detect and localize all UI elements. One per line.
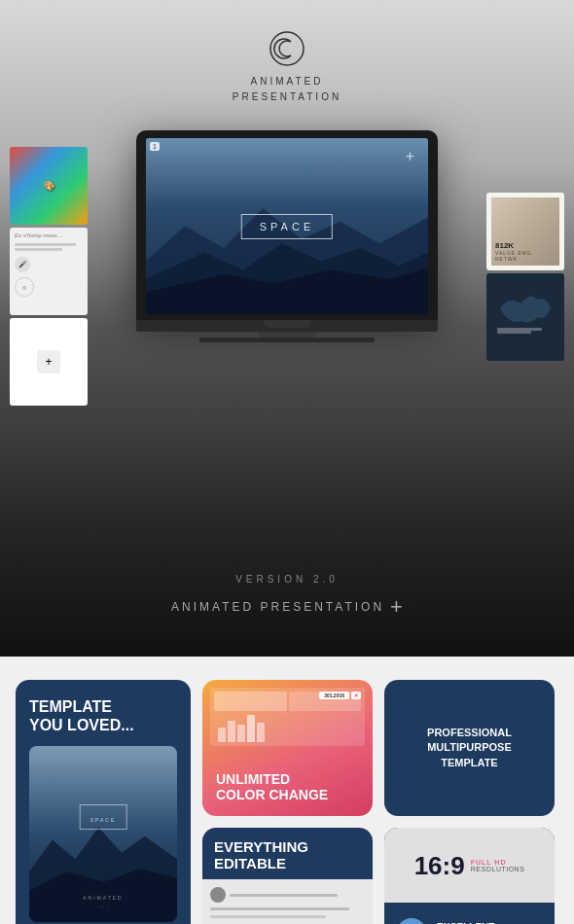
support-card: EXCELLENT SUPPORTS bbox=[384, 903, 555, 924]
editable-row-1 bbox=[210, 887, 365, 903]
card-template-preview: SPACE ANIMATED · · · bbox=[29, 746, 177, 922]
chart-overlay: ✕ 301.2016 bbox=[210, 688, 365, 746]
hero-section: ANIMATED PRESENTATION 🎨 Es s'ñomp mess..… bbox=[0, 0, 574, 545]
card-professional: PROFESSIONAL MULTIPURPOSE TEMPLATE bbox=[384, 680, 555, 816]
screen-plus-icon: + bbox=[406, 148, 414, 165]
slide-number-badge: 1 bbox=[150, 142, 160, 151]
card-template-title: TEMPLATE YOU LOVED... bbox=[29, 697, 177, 734]
svg-point-0 bbox=[270, 32, 304, 65]
ratio-res-label: RESOLUTIONS bbox=[471, 866, 525, 872]
slide-interior: 812K VALUE ENG. NETWK bbox=[486, 193, 564, 270]
edit-line-1 bbox=[230, 894, 338, 897]
animated-presentation-line: ANIMATED PRESENTATION + bbox=[0, 596, 574, 618]
card-template: TEMPLATE YOU LOVED... SPACE ANIMATED · ·… bbox=[16, 680, 191, 924]
preview-animated-label: ANIMATED bbox=[29, 895, 177, 901]
version-section: VERSION 2.0 ANIMATED PRESENTATION + bbox=[0, 545, 574, 657]
ratio-number: 16:9 bbox=[414, 853, 465, 878]
laptop-screen-outer: SPACE + 1 bbox=[136, 130, 438, 320]
support-icon bbox=[396, 918, 427, 925]
version-label: VERSION 2.0 bbox=[0, 574, 574, 585]
animated-pres-text: ANIMATED PRESENTATION bbox=[171, 600, 384, 614]
card-unlimited: ✕ 301.2016 UNLIMITED COLOR CHANGE bbox=[202, 680, 373, 816]
card-editable-preview: Sed ut perspiciatis unde omnis iste natu… bbox=[202, 879, 373, 924]
mountain-svg bbox=[146, 191, 428, 314]
brand-name: ANIMATED PRESENTATION bbox=[0, 74, 574, 105]
laptop-screen: SPACE + 1 bbox=[146, 138, 428, 314]
card-right-bottom: 16:9 FULL HD RESOLUTIONS EXCELLENT SUPPO… bbox=[384, 828, 555, 924]
card-unlimited-title: UNLIMITED COLOR CHANGE bbox=[214, 771, 361, 802]
ratio-hd-label: FULL HD bbox=[471, 859, 525, 866]
edit-line-3 bbox=[210, 915, 326, 918]
slide-colorful: 🎨 bbox=[10, 147, 88, 225]
feature-cards-section: TEMPLATE YOU LOVED... SPACE ANIMATED · ·… bbox=[0, 657, 574, 924]
card-editable-top: EVERYTHING EDITABLE bbox=[202, 828, 373, 879]
ratio-card: 16:9 FULL HD RESOLUTIONS bbox=[384, 828, 555, 903]
brand-logo-icon bbox=[268, 29, 306, 68]
plus-decoration-icon: + bbox=[390, 596, 403, 618]
screen-title: SPACE bbox=[260, 221, 314, 232]
left-slide-stack: 🎨 Es s'ñomp mess... 🎤 ○ + bbox=[10, 147, 88, 406]
slide-map bbox=[486, 273, 564, 361]
card-professional-text: PROFESSIONAL MULTIPURPOSE TEMPLATE bbox=[427, 726, 512, 770]
preview-dots: · · · bbox=[29, 904, 177, 910]
slide-text: Es s'ñomp mess... 🎤 ○ bbox=[10, 228, 88, 315]
laptop-foot bbox=[199, 338, 375, 342]
laptop-notch bbox=[263, 320, 311, 328]
laptop-device: SPACE + 1 bbox=[136, 130, 438, 342]
laptop-base bbox=[136, 320, 438, 332]
laptop-mockup-area: 🎨 Es s'ñomp mess... 🎤 ○ + bbox=[0, 121, 574, 442]
card-editable: EVERYTHING EDITABLE Sed ut perspiciatis … bbox=[202, 828, 373, 924]
preview-frame-text: SPACE bbox=[90, 817, 117, 823]
logo-area: ANIMATED PRESENTATION bbox=[0, 29, 574, 105]
ratio-info: FULL HD RESOLUTIONS bbox=[471, 859, 525, 872]
edit-line-2 bbox=[210, 907, 349, 910]
slide-icon: + bbox=[10, 318, 88, 406]
card-editable-title: EVERYTHING EDITABLE bbox=[214, 839, 361, 871]
cards-grid: TEMPLATE YOU LOVED... SPACE ANIMATED · ·… bbox=[16, 680, 558, 924]
edit-circle-icon bbox=[210, 887, 226, 903]
support-text: EXCELLENT SUPPORTS bbox=[437, 921, 494, 925]
right-slide-stack: 812K VALUE ENG. NETWK bbox=[486, 193, 564, 361]
preview-frame: SPACE bbox=[80, 804, 127, 830]
screen-label-box: SPACE bbox=[241, 214, 333, 239]
